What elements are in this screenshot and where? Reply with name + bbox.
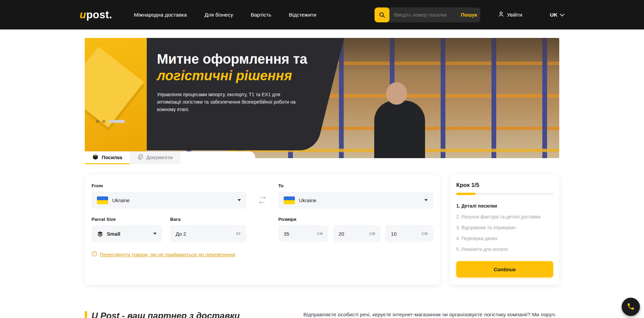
restricted-items-link[interactable]: Переглянути товари, які не приймаються д… (100, 252, 236, 257)
calculator-card: From Ukraine To Ukraine (85, 174, 440, 285)
parcel-size-select[interactable]: Small (92, 225, 162, 242)
section-heading: U Post - ваш партнер з доставки (92, 311, 240, 318)
weight-unit: кг (236, 232, 241, 236)
from-select[interactable]: Ukraine (92, 192, 246, 209)
brand-logo[interactable]: upost. (80, 9, 112, 21)
brand-logo-accent: u (80, 9, 86, 21)
carousel-dot[interactable] (96, 120, 99, 123)
section-description: Відправляєте особисті речі, керуєте інте… (303, 311, 559, 318)
heading-accent-bar (85, 311, 87, 318)
chevron-down-icon (560, 12, 564, 18)
hero-yellow-block (85, 38, 147, 158)
phone-chat-button[interactable] (622, 298, 640, 316)
hero-title-line2: логістичні рішення (157, 67, 347, 84)
progress-fill (456, 193, 476, 195)
progress-bar (456, 193, 553, 195)
section-heading-wrap: U Post - ваш партнер з доставки (85, 311, 240, 318)
phone-icon (627, 302, 635, 312)
main-nav: Міжнародна доставка Для бізнесу Вартість… (134, 12, 316, 18)
login-label: Увійти (507, 12, 522, 18)
step-item-1: 1. Деталі посилки (456, 203, 553, 209)
dimension-unit: см (422, 232, 428, 236)
dimension-length-input[interactable] (284, 231, 314, 237)
search-input[interactable] (389, 12, 461, 18)
caret-down-icon (238, 199, 241, 201)
dimension-length-field: см (278, 225, 328, 242)
from-value: Ukraine (112, 197, 130, 203)
tab-parcel[interactable]: Посилка (85, 151, 130, 164)
documents-icon (137, 154, 143, 161)
to-value: Ukraine (299, 197, 317, 203)
weight-label: Вага (170, 217, 246, 222)
language-selector[interactable]: UK (550, 12, 564, 18)
top-navbar: upost. Міжнародна доставка Для бізнесу В… (0, 0, 644, 29)
parcel-size-value: Small (107, 231, 120, 237)
search-button[interactable]: Пошук (461, 12, 480, 18)
parcel-size-label: Parcel Size (92, 217, 162, 222)
to-label: To (278, 183, 433, 188)
swap-directions-icon[interactable] (246, 192, 278, 209)
steps-card: Крок 1/5 1. Деталі посилки 2. Рахунок-фа… (450, 174, 559, 285)
nav-link-pricing[interactable]: Вартість (251, 12, 271, 18)
step-item-3: 3. Відправник та отримувач (456, 225, 553, 231)
parcel-box-icon (92, 154, 99, 161)
steps-list: 1. Деталі посилки 2. Рахунок-фактура та … (456, 203, 553, 252)
info-icon (92, 251, 97, 258)
login-button[interactable]: Увійти (498, 11, 522, 19)
hero-description: Управління процесами імпорту, експорту, … (157, 91, 303, 113)
dimension-height-input[interactable] (391, 231, 419, 237)
language-value: UK (550, 12, 558, 18)
ukraine-flag-icon (97, 196, 108, 204)
tab-documents-label: Документи (146, 155, 173, 160)
dimension-height-field: см (385, 225, 433, 242)
to-select[interactable]: Ukraine (278, 192, 433, 209)
hero-carousel-dots (96, 120, 125, 123)
hero-banner: Митне оформлення та логістичні рішення У… (85, 38, 559, 158)
dimension-width-field: см (333, 225, 381, 242)
steps-title: Крок 1/5 (456, 182, 553, 189)
brand-logo-text: post. (86, 9, 112, 21)
carousel-dot-active[interactable] (109, 120, 125, 123)
carousel-dot[interactable] (102, 120, 105, 123)
tab-parcel-label: Посилка (102, 155, 122, 160)
shipment-type-tabs: Посилка Документи (85, 151, 180, 164)
weight-input[interactable] (176, 231, 234, 237)
hero-title-line1: Митне оформлення та (157, 51, 347, 67)
ukraine-flag-icon (284, 196, 295, 204)
caret-down-icon (153, 233, 157, 235)
dimension-unit: см (369, 232, 375, 236)
user-icon (498, 11, 504, 19)
step-item-2: 2. Рахунок-фактура та деталі доставки (456, 214, 553, 220)
nav-link-track[interactable]: Відстежити (289, 12, 316, 18)
dimensions-label: Розміри (278, 217, 328, 222)
caret-down-icon (424, 199, 428, 201)
tab-documents[interactable]: Документи (130, 151, 180, 164)
tracking-search: Пошук (375, 7, 480, 22)
from-label: From (92, 183, 246, 188)
dimension-width-input[interactable] (339, 231, 366, 237)
layers-icon (97, 231, 103, 237)
step-item-5: 5. Реквізити для оплати (456, 247, 553, 252)
weight-field: кг (170, 225, 246, 242)
continue-button[interactable]: Continue (456, 261, 553, 277)
nav-link-international[interactable]: Міжнародна доставка (134, 12, 187, 18)
nav-link-business[interactable]: Для бізнесу (204, 12, 233, 18)
step-item-4: 4. Перевірка даних (456, 236, 553, 241)
search-icon[interactable] (375, 7, 389, 22)
dimension-unit: см (317, 232, 323, 236)
